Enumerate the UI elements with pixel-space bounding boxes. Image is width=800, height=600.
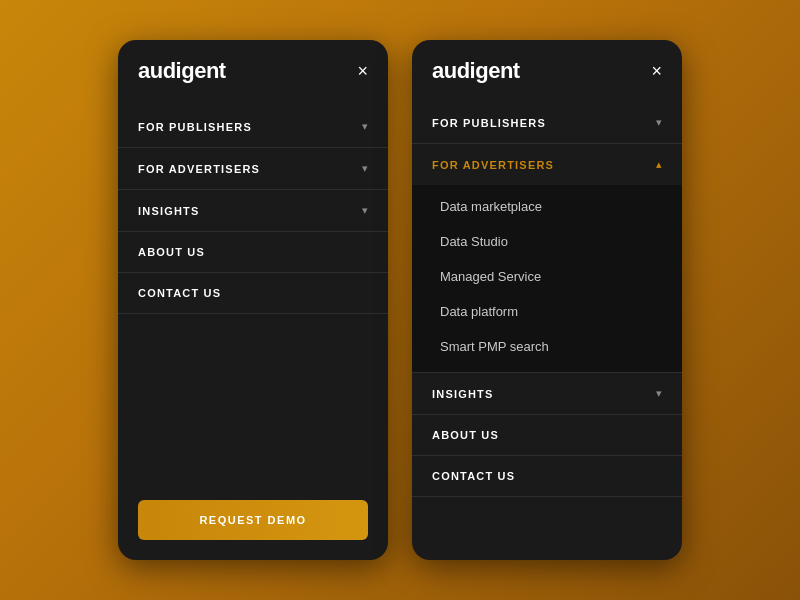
right-chevron-publishers-icon: ▾ <box>656 116 662 129</box>
right-nav-insights[interactable]: Insights ▾ <box>412 372 682 415</box>
right-header: audigent × <box>412 40 682 98</box>
left-close-icon[interactable]: × <box>357 62 368 80</box>
left-nav-insights-label: Insights <box>138 205 200 217</box>
right-nav-publishers[interactable]: For Publishers ▾ <box>412 102 682 144</box>
left-nav-advertisers-label: For Advertisers <box>138 163 260 175</box>
left-chevron-insights-icon: ▾ <box>362 204 368 217</box>
left-nav-advertisers[interactable]: For Advertisers ▾ <box>118 148 388 190</box>
right-chevron-insights-icon: ▾ <box>656 387 662 400</box>
left-nav-publishers-label: For Publishers <box>138 121 252 133</box>
right-nav-about[interactable]: About Us <box>412 415 682 456</box>
request-demo-button[interactable]: Request Demo <box>138 500 368 540</box>
right-logo: audigent <box>432 58 520 84</box>
right-submenu-data-platform[interactable]: Data platform <box>412 294 682 329</box>
right-nav-contact[interactable]: Contact Us <box>412 456 682 497</box>
right-close-icon[interactable]: × <box>651 62 662 80</box>
left-nav-contact[interactable]: Contact Us <box>118 273 388 314</box>
right-chevron-advertisers-icon: ▴ <box>656 158 662 171</box>
right-nav-advertisers-label: For Advertisers <box>432 159 554 171</box>
left-logo: audigent <box>138 58 226 84</box>
right-nav-insights-label: Insights <box>432 388 494 400</box>
right-nav-about-label: About Us <box>432 429 499 441</box>
right-submenu-data-marketplace[interactable]: Data marketplace <box>412 189 682 224</box>
left-nav-about[interactable]: About Us <box>118 232 388 273</box>
left-phone-card: audigent × For Publishers ▾ For Advertis… <box>118 40 388 560</box>
right-submenu-data-studio[interactable]: Data Studio <box>412 224 682 259</box>
left-nav-publishers[interactable]: For Publishers ▾ <box>118 106 388 148</box>
right-nav-advertisers[interactable]: For Advertisers ▴ <box>412 144 682 185</box>
right-submenu-smart-pmp[interactable]: Smart PMP search <box>412 329 682 364</box>
left-footer: Request Demo <box>118 484 388 560</box>
left-nav-list: For Publishers ▾ For Advertisers ▾ Insig… <box>118 98 388 484</box>
right-nav-contact-label: Contact Us <box>432 470 515 482</box>
right-nav-list: For Publishers ▾ For Advertisers ▴ Data … <box>412 98 682 560</box>
left-nav-contact-label: Contact Us <box>138 287 221 299</box>
left-chevron-advertisers-icon: ▾ <box>362 162 368 175</box>
left-chevron-publishers-icon: ▾ <box>362 120 368 133</box>
right-advertisers-submenu: Data marketplace Data Studio Managed Ser… <box>412 185 682 372</box>
left-nav-about-label: About Us <box>138 246 205 258</box>
left-header: audigent × <box>118 40 388 98</box>
left-nav-insights[interactable]: Insights ▾ <box>118 190 388 232</box>
right-submenu-managed-service[interactable]: Managed Service <box>412 259 682 294</box>
right-phone-card: audigent × For Publishers ▾ For Advertis… <box>412 40 682 560</box>
right-nav-publishers-label: For Publishers <box>432 117 546 129</box>
